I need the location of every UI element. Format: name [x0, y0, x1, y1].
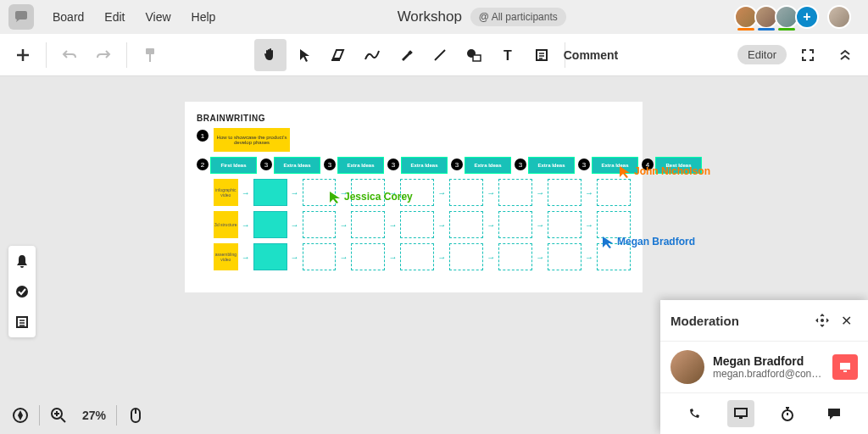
toolbar: T Comment Editor: [0, 34, 868, 76]
column-header[interactable]: 3Extra Ideas: [324, 157, 384, 174]
arrow-icon: →: [291, 188, 299, 198]
grid-cell[interactable]: [597, 179, 631, 206]
step-number: 2: [197, 159, 209, 170]
arrow-icon: →: [536, 253, 544, 262]
menu-help[interactable]: Help: [183, 7, 225, 27]
outline-button[interactable]: [8, 307, 36, 337]
grid-cell[interactable]: [498, 243, 532, 270]
present-icon[interactable]: [727, 400, 754, 427]
zoom-value[interactable]: 27%: [77, 409, 111, 422]
participants-badge[interactable]: @ All participants: [470, 8, 566, 26]
arrow-icon: →: [339, 253, 348, 262]
arrow-icon: →: [242, 220, 250, 230]
moderation-panel: Moderation ✕ Megan Bradford megan.bradfo…: [660, 300, 868, 434]
menu-edit[interactable]: Edit: [96, 7, 133, 27]
close-icon[interactable]: ✕: [834, 309, 858, 332]
remote-cursor: Megan Bradford: [602, 236, 695, 249]
column-header[interactable]: 3Extra Ideas: [260, 157, 320, 174]
note-tool[interactable]: [526, 39, 558, 71]
redo-button[interactable]: [87, 39, 120, 71]
tasks-button[interactable]: [8, 276, 36, 307]
row-label[interactable]: infographic video: [214, 179, 238, 206]
format-painter-button[interactable]: [134, 39, 166, 71]
comment-label: Comment: [564, 48, 619, 62]
column-header[interactable]: 3Extra Ideas: [451, 157, 511, 174]
arrow-icon: →: [536, 188, 544, 198]
add-button[interactable]: [7, 39, 39, 71]
mode-badge[interactable]: Editor: [737, 45, 787, 64]
grid-cell[interactable]: [253, 179, 287, 206]
row-label[interactable]: 3d structure: [214, 211, 238, 238]
menu-view[interactable]: View: [136, 7, 179, 27]
grid-cell[interactable]: [498, 179, 532, 206]
grid-cell[interactable]: [303, 211, 337, 238]
select-tool[interactable]: [288, 39, 320, 71]
chat-icon[interactable]: [821, 400, 848, 427]
board-frame[interactable]: BRAINWRITING 1 How to showcase the produ…: [185, 102, 643, 292]
step-number: 3: [260, 159, 272, 170]
moderation-title: Moderation: [670, 314, 810, 328]
document-title[interactable]: Workshop: [398, 8, 462, 25]
arrow-icon: →: [487, 188, 495, 198]
call-icon[interactable]: [681, 400, 708, 427]
pen-tool[interactable]: [356, 39, 388, 71]
add-participant-button[interactable]: +: [795, 5, 819, 29]
step-number: 1: [197, 130, 209, 142]
grid-cell[interactable]: [351, 243, 385, 270]
avatar[interactable]: [670, 350, 704, 384]
grid-cell[interactable]: [400, 211, 434, 238]
svg-text:T: T: [504, 48, 512, 62]
grid-cell[interactable]: [449, 179, 483, 206]
grid-cell[interactable]: [253, 211, 287, 238]
arrow-icon: →: [585, 188, 593, 198]
arrow-icon: →: [585, 220, 593, 230]
undo-button[interactable]: [53, 39, 86, 71]
column-header[interactable]: 3Extra Ideas: [387, 157, 448, 174]
grid-row: infographic video→→→→→→→→: [214, 179, 631, 206]
pan-tool[interactable]: [254, 39, 287, 71]
column-header[interactable]: 3Extra Ideas: [515, 157, 575, 174]
eraser-tool[interactable]: [322, 39, 354, 71]
prompt-card[interactable]: How to showcase the product's develop ph…: [214, 128, 290, 152]
line-tool[interactable]: [424, 39, 456, 71]
toolbar-right: Editor: [737, 39, 861, 71]
row-label[interactable]: assembling video: [214, 243, 238, 270]
grid-cell[interactable]: [449, 211, 483, 238]
grid-cell[interactable]: [351, 211, 385, 238]
canvas[interactable]: BRAINWRITING 1 How to showcase the produ…: [0, 76, 868, 434]
arrow-icon: →: [291, 253, 299, 262]
step-number: 3: [578, 159, 590, 170]
text-tool[interactable]: T: [492, 39, 524, 71]
grid-cell[interactable]: [548, 179, 581, 206]
moderation-user-row: Megan Bradford megan.bradford@conc…: [660, 342, 868, 392]
menu-board[interactable]: Board: [44, 7, 92, 27]
grid-cell[interactable]: [498, 211, 532, 238]
timer-icon[interactable]: [774, 400, 801, 427]
column-header[interactable]: 2First Ideas: [197, 157, 257, 174]
mouse-mode-button[interactable]: [122, 402, 149, 429]
comment-button[interactable]: Comment: [572, 39, 604, 71]
arrow-icon: →: [242, 253, 250, 262]
grid-cell[interactable]: [303, 243, 337, 270]
grid-cell[interactable]: [548, 211, 581, 238]
marker-tool[interactable]: [390, 39, 422, 71]
svg-point-8: [16, 286, 28, 298]
collapse-button[interactable]: [829, 39, 861, 71]
present-button[interactable]: [832, 354, 858, 380]
svg-rect-1: [149, 54, 151, 62]
shape-tool[interactable]: [458, 39, 490, 71]
own-avatar[interactable]: [827, 5, 851, 29]
grid-cell[interactable]: [400, 243, 434, 270]
grid-cell[interactable]: [449, 243, 483, 270]
compass-button[interactable]: [7, 402, 34, 429]
fullscreen-button[interactable]: [792, 39, 824, 71]
arrow-icon: →: [585, 253, 593, 262]
moderation-footer: [660, 392, 868, 434]
grid-cell[interactable]: [548, 243, 581, 270]
app-logo[interactable]: [8, 4, 34, 30]
notifications-button[interactable]: [8, 246, 36, 276]
minimize-icon[interactable]: [810, 309, 834, 332]
zoom-in-button[interactable]: [45, 402, 72, 429]
grid-cell[interactable]: [253, 243, 287, 270]
grid-cell[interactable]: [597, 211, 631, 238]
